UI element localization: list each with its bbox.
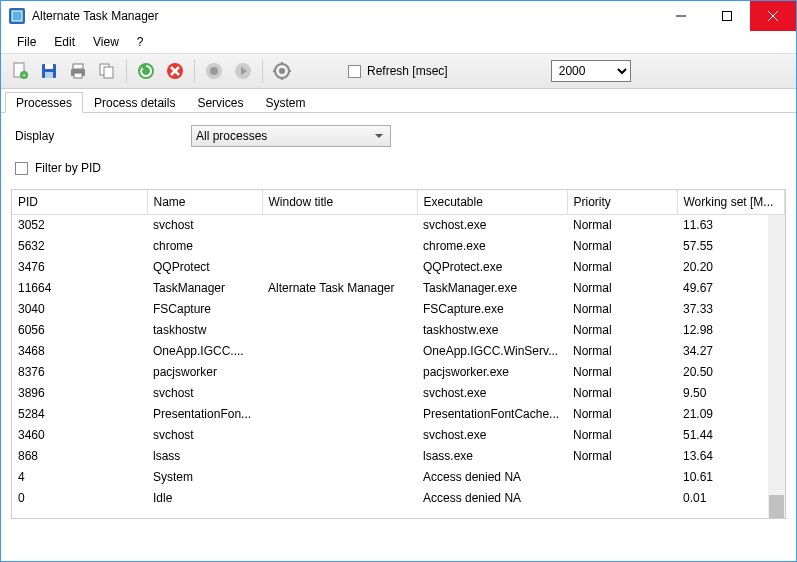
column-pid[interactable]: PID	[12, 190, 147, 214]
table-row[interactable]: 3052svchostsvchost.exeNormal11.63	[12, 214, 785, 235]
cell-name: chrome	[147, 235, 262, 256]
record-icon[interactable]	[201, 58, 227, 84]
table-row[interactable]: 5632chromechrome.exeNormal57.55	[12, 235, 785, 256]
table-row[interactable]: 4SystemAccess denied NA10.61	[12, 466, 785, 487]
cell-pid: 3896	[12, 382, 147, 403]
cell-pri: Normal	[567, 340, 677, 361]
table-row[interactable]: 3460svchostsvchost.exeNormal51.44	[12, 424, 785, 445]
svg-rect-10	[45, 72, 53, 78]
cell-pid: 4	[12, 466, 147, 487]
table-row[interactable]: 3476QQProtectQQProtect.exeNormal20.20	[12, 256, 785, 277]
cell-exe: PresentationFontCache...	[417, 403, 567, 424]
svg-rect-15	[104, 67, 113, 78]
cell-name: lsass	[147, 445, 262, 466]
refresh-checkbox[interactable]	[348, 65, 361, 78]
cell-pri	[567, 466, 677, 487]
toolbar-separator	[262, 59, 263, 83]
cell-pri: Normal	[567, 424, 677, 445]
tab-bar: Processes Process details Services Syste…	[1, 89, 796, 113]
settings-icon[interactable]	[269, 58, 295, 84]
cell-exe: svchost.exe	[417, 214, 567, 235]
cell-exe: pacjsworker.exe	[417, 361, 567, 382]
table-row[interactable]: 868lsasslsass.exeNormal13.64	[12, 445, 785, 466]
tab-process-details[interactable]: Process details	[83, 92, 186, 113]
table-row[interactable]: 3896svchostsvchost.exeNormal9.50	[12, 382, 785, 403]
copy-icon[interactable]	[94, 58, 120, 84]
menu-help[interactable]: ?	[129, 33, 152, 51]
save-icon[interactable]	[36, 58, 62, 84]
cell-pri: Normal	[567, 298, 677, 319]
svg-rect-0	[12, 11, 22, 21]
column-name[interactable]: Name	[147, 190, 262, 214]
menu-edit[interactable]: Edit	[46, 33, 83, 51]
table-row[interactable]: 3468OneApp.IGCC....OneApp.IGCC.WinServ..…	[12, 340, 785, 361]
table-row[interactable]: 0IdleAccess denied NA0.01	[12, 487, 785, 508]
toolbar-separator	[126, 59, 127, 83]
menu-file[interactable]: File	[9, 33, 44, 51]
cell-pri: Normal	[567, 214, 677, 235]
scroll-thumb[interactable]	[769, 495, 784, 519]
stop-icon[interactable]	[162, 58, 188, 84]
column-working-set[interactable]: Working set [M...	[677, 190, 785, 214]
column-window-title[interactable]: Window title	[262, 190, 417, 214]
refresh-label: Refresh [msec]	[367, 64, 448, 78]
cell-pri: Normal	[567, 361, 677, 382]
table-row[interactable]: 3040FSCaptureFSCapture.exeNormal37.33	[12, 298, 785, 319]
cell-pid: 6056	[12, 319, 147, 340]
refresh-control: Refresh [msec]	[348, 64, 448, 78]
table-row[interactable]: 11664TaskManagerAlternate Task ManagerTa…	[12, 277, 785, 298]
new-file-icon[interactable]: +	[7, 58, 33, 84]
cell-exe: TaskManager.exe	[417, 277, 567, 298]
cell-pid: 3476	[12, 256, 147, 277]
cell-exe: OneApp.IGCC.WinServ...	[417, 340, 567, 361]
svg-rect-13	[74, 73, 82, 78]
display-select[interactable]: All processes	[191, 125, 391, 147]
cell-wt	[262, 466, 417, 487]
minimize-button[interactable]	[658, 1, 704, 31]
cell-pid: 5632	[12, 235, 147, 256]
cell-pid: 3052	[12, 214, 147, 235]
table-row[interactable]: 8376pacjsworkerpacjsworker.exeNormal20.5…	[12, 361, 785, 382]
cell-pri: Normal	[567, 319, 677, 340]
cell-wt	[262, 235, 417, 256]
display-filter-row: Display All processes	[11, 125, 786, 147]
display-label: Display	[11, 129, 181, 143]
cell-pid: 11664	[12, 277, 147, 298]
cell-pri: Normal	[567, 382, 677, 403]
column-priority[interactable]: Priority	[567, 190, 677, 214]
refresh-icon[interactable]	[133, 58, 159, 84]
cell-pri: Normal	[567, 277, 677, 298]
cell-wt: Alternate Task Manager	[262, 277, 417, 298]
cell-exe: svchost.exe	[417, 382, 567, 403]
table-row[interactable]: 6056taskhostwtaskhostw.exeNormal12.98	[12, 319, 785, 340]
cell-wt	[262, 256, 417, 277]
cell-exe: QQProtect.exe	[417, 256, 567, 277]
tab-system[interactable]: System	[254, 92, 316, 113]
cell-wt	[262, 403, 417, 424]
cell-wt	[262, 487, 417, 508]
tab-services[interactable]: Services	[186, 92, 254, 113]
cell-name: QQProtect	[147, 256, 262, 277]
close-button[interactable]	[750, 1, 796, 31]
filter-pid-checkbox[interactable]	[15, 162, 28, 175]
refresh-interval-select[interactable]: 2000	[551, 60, 631, 82]
cell-pri	[567, 487, 677, 508]
tab-processes[interactable]: Processes	[5, 92, 83, 113]
cell-pid: 0	[12, 487, 147, 508]
cell-pri: Normal	[567, 256, 677, 277]
svg-rect-11	[73, 64, 83, 69]
cell-name: System	[147, 466, 262, 487]
cell-wt	[262, 214, 417, 235]
menu-view[interactable]: View	[85, 33, 127, 51]
cell-pid: 868	[12, 445, 147, 466]
play-icon[interactable]	[230, 58, 256, 84]
column-executable[interactable]: Executable	[417, 190, 567, 214]
maximize-button[interactable]	[704, 1, 750, 31]
table-row[interactable]: 5284PresentationFon...PresentationFontCa…	[12, 403, 785, 424]
cell-exe: svchost.exe	[417, 424, 567, 445]
vertical-scrollbar[interactable]	[768, 215, 785, 518]
print-icon[interactable]	[65, 58, 91, 84]
cell-wt	[262, 445, 417, 466]
filter-pid-row: Filter by PID	[11, 161, 786, 175]
cell-wt	[262, 361, 417, 382]
